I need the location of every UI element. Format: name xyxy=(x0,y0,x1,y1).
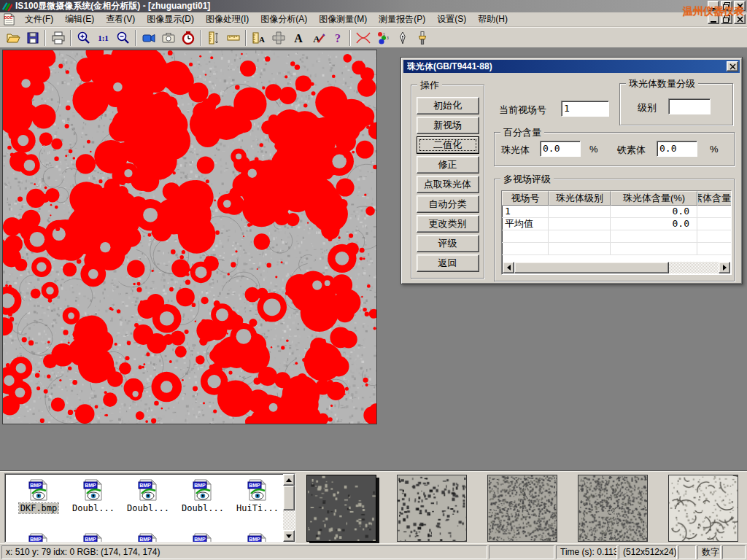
new-field-button[interactable]: 新视场 xyxy=(417,117,479,134)
menu-item-file[interactable]: 文件(F) xyxy=(19,12,59,27)
scroll-right-button[interactable] xyxy=(719,262,730,273)
rating-table[interactable]: 视场号 珠光体级别 珠光体含量(%) 铁素体含量(%) 1 0.0 平均值 0.… xyxy=(501,190,732,275)
camera-icon xyxy=(161,31,176,45)
svg-text:?: ? xyxy=(335,32,341,44)
menu-item-report[interactable]: 测量报告(P) xyxy=(373,12,431,27)
grade-button[interactable]: 评级 xyxy=(417,235,479,252)
timer-button[interactable] xyxy=(178,28,198,47)
file-item[interactable]: BMP xyxy=(67,532,120,542)
save-button[interactable] xyxy=(23,28,42,47)
col-field-no[interactable]: 视场号 xyxy=(502,191,549,206)
table-row[interactable] xyxy=(502,230,731,243)
help-button[interactable]: ? xyxy=(328,28,347,47)
scrollbar-thumb[interactable] xyxy=(514,262,669,273)
zoom-out-icon xyxy=(116,31,131,45)
auto-classify-button[interactable]: 自动分类 xyxy=(417,195,479,213)
scrollbar-thumb[interactable] xyxy=(283,486,295,510)
init-button[interactable]: 初始化 xyxy=(417,97,479,114)
toolbar-separator xyxy=(135,30,136,46)
dialog-title-bar[interactable]: 珠光体(GB/T9441-88) xyxy=(403,60,740,73)
status-bar: x: 510 y: 79 idx: 0 RGB: (174, 174, 174)… xyxy=(0,543,747,560)
percent-group-label: 百分含量 xyxy=(500,126,544,139)
level-input[interactable] xyxy=(668,98,711,114)
file-item[interactable]: BMP xyxy=(122,532,174,542)
snapshot-button[interactable] xyxy=(158,28,178,47)
file-name[interactable]: Doubl... xyxy=(180,503,225,513)
ferrite-label: 铁素体 xyxy=(617,144,646,157)
file-name[interactable]: Doubl... xyxy=(71,503,116,513)
video-capture-button[interactable] xyxy=(139,28,158,47)
col-ferrite-content[interactable]: 铁素体含量(%) xyxy=(697,191,731,206)
table-row[interactable] xyxy=(502,243,731,255)
metallograph-image[interactable] xyxy=(2,50,377,424)
thumbnail-image[interactable] xyxy=(397,475,467,542)
file-name[interactable]: HuiTi... xyxy=(235,503,280,513)
pen-tool-button[interactable] xyxy=(392,28,412,47)
file-item[interactable]: BMP DKF.bmp xyxy=(12,478,65,513)
text-tool-button[interactable]: A xyxy=(288,28,308,47)
svg-text:BMP: BMP xyxy=(249,537,260,542)
file-list-scrollbar[interactable] xyxy=(283,474,295,542)
change-class-button[interactable]: 更改类别 xyxy=(417,215,479,233)
ruler-button[interactable] xyxy=(223,28,243,47)
actual-size-button[interactable]: 1:1 xyxy=(93,28,113,47)
pick-pearlite-button[interactable]: 点取珠光体 xyxy=(417,176,479,193)
arrow-right-icon xyxy=(723,265,727,271)
open-button[interactable] xyxy=(3,28,23,47)
menu-item-help[interactable]: 帮助(H) xyxy=(472,12,514,27)
scroll-down-button[interactable] xyxy=(283,530,295,542)
correct-button[interactable]: 修正 xyxy=(417,156,479,174)
zoom-in-button[interactable] xyxy=(74,28,93,47)
caliper-measure-button[interactable] xyxy=(204,28,223,47)
menu-item-settings[interactable]: 设置(S) xyxy=(431,12,472,27)
svg-text:BMP: BMP xyxy=(30,537,42,542)
scrollbar-track[interactable] xyxy=(283,510,295,530)
menu-item-image-analysis[interactable]: 图像分析(A) xyxy=(255,12,313,27)
thumbnail-image[interactable] xyxy=(306,475,376,542)
table-row[interactable]: 平均值 0.0 xyxy=(502,218,731,230)
file-item[interactable]: BMP Doubl... xyxy=(67,478,120,513)
file-item[interactable]: BMP Doubl... xyxy=(177,478,229,513)
scroll-up-button[interactable] xyxy=(283,474,295,486)
file-item[interactable]: BMP xyxy=(12,532,65,542)
ferrite-value-input[interactable]: 0.0 xyxy=(657,141,697,157)
measure-label-button[interactable]: A xyxy=(249,28,268,47)
bmp-file-icon: BMP xyxy=(247,532,268,542)
file-item[interactable]: BMP Doubl... xyxy=(122,478,174,513)
file-name[interactable]: DKF.bmp xyxy=(19,503,59,513)
brush-tool-button[interactable] xyxy=(412,28,432,47)
menu-item-image-measure[interactable]: 图像测量(M) xyxy=(313,12,373,27)
col-pearlite-grade[interactable]: 珠光体级别 xyxy=(549,191,611,206)
bmp-file-icon: BMP xyxy=(28,532,50,542)
scroll-left-button[interactable] xyxy=(503,262,514,273)
thumbnail-image[interactable] xyxy=(668,475,738,542)
grid-tool-button[interactable] xyxy=(268,28,288,47)
menu-item-image-display[interactable]: 图像显示(D) xyxy=(141,12,200,27)
binarize-button[interactable]: 二值化 xyxy=(417,136,479,154)
file-item[interactable]: BMP xyxy=(231,532,284,542)
table-horizontal-scrollbar[interactable] xyxy=(503,262,730,273)
annotate-button[interactable]: A xyxy=(308,28,328,47)
file-item[interactable]: BMP xyxy=(177,532,229,542)
dialog-close-button[interactable] xyxy=(727,61,738,71)
thumbnail-image[interactable] xyxy=(578,475,648,542)
file-list[interactable]: BMP DKF.bmp BMP Doubl... BMP Doubl... BM… xyxy=(4,473,295,542)
thumbnail-image[interactable] xyxy=(487,475,557,542)
col-pearlite-content[interactable]: 珠光体含量(%) xyxy=(611,191,697,206)
pearlite-value-input[interactable]: 0.0 xyxy=(540,141,581,157)
file-name[interactable]: Doubl... xyxy=(125,503,171,513)
cell-ferrite xyxy=(697,230,731,242)
zoom-out-button[interactable] xyxy=(113,28,133,47)
particle-label-button[interactable]: 1 3 xyxy=(373,28,392,47)
return-button[interactable]: 返回 xyxy=(417,254,479,272)
menu-item-image-process[interactable]: 图像处理(I) xyxy=(200,12,255,27)
close-icon xyxy=(729,63,736,70)
scrollbar-track[interactable] xyxy=(669,262,719,273)
current-field-input[interactable]: 1 xyxy=(561,101,609,117)
menu-item-view[interactable]: 查看(V) xyxy=(100,12,141,27)
curve-tool-button[interactable] xyxy=(353,28,373,47)
menu-item-edit[interactable]: 编辑(E) xyxy=(59,12,100,27)
table-row[interactable]: 1 0.0 xyxy=(502,206,731,218)
file-item[interactable]: BMP HuiTi... xyxy=(231,478,284,513)
print-button[interactable] xyxy=(48,28,68,47)
